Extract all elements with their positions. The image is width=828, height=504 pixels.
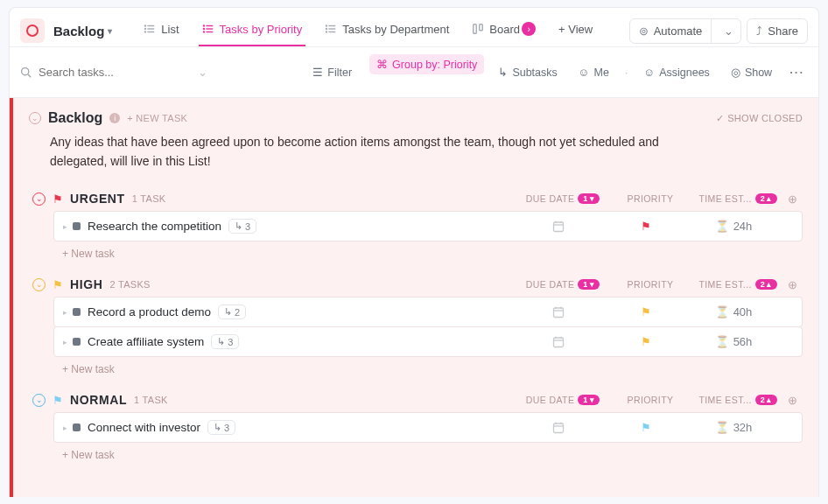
collapse-group-icon[interactable]: ⌄ [32,192,46,206]
new-task-header-button[interactable]: + NEW TASK [127,113,187,123]
expand-icon[interactable]: ▸ [63,424,67,432]
cell-priority[interactable]: ⚑ [602,220,690,233]
cell-time-est[interactable]: ⏳24h [690,220,777,233]
cell-due-date[interactable] [515,421,602,435]
col-priority[interactable]: PRIORITY [607,395,694,405]
board-icon [472,23,484,35]
subtask-count[interactable]: ↳3 [211,334,239,349]
expand-icon[interactable]: ▸ [63,222,67,231]
search-wrap[interactable]: ⌄ [20,66,207,79]
hourglass-icon: ⏳ [715,220,729,233]
collapse-group-icon[interactable]: ⌄ [32,278,46,291]
groupby-label: Group by: Priority [392,59,477,71]
cell-priority[interactable]: ⚑ [602,421,690,434]
col-time-est[interactable]: TIME EST...2▴ [694,395,782,405]
share-button[interactable]: ⤴ Share [747,18,808,44]
subtask-icon: ↳ [217,336,225,347]
col-priority[interactable]: PRIORITY [607,279,694,290]
info-icon[interactable]: i [109,113,120,123]
task-name[interactable]: Connect with investor [88,421,200,434]
share-icon: ⤴ [756,24,762,38]
flag-icon: ⚑ [641,305,651,318]
subtask-count[interactable]: ↳2 [218,304,246,319]
automate-button[interactable]: ⊚Automate ⌄ [629,18,742,44]
add-column-button[interactable]: ⊕ [782,192,803,206]
new-task-inline-button[interactable]: + New task [62,363,803,375]
svg-point-17 [326,32,327,32]
cell-due-date[interactable] [515,220,602,234]
assignees-chip[interactable]: ☺Assignees [636,63,716,82]
me-chip[interactable]: ☺Me [572,63,616,82]
cell-time-est[interactable]: ⏳32h [690,421,777,434]
flag-icon: ⚑ [641,335,651,348]
subtask-count[interactable]: ↳3 [228,219,256,234]
col-time-est[interactable]: TIME EST...2▴ [694,279,782,290]
tab-tasks-by-department[interactable]: Tasks by Department [314,16,460,46]
list-body: ⌄ Backlog i + NEW TASK ✓SHOW CLOSED Any … [10,98,818,497]
subtasks-chip[interactable]: ↳Subtasks [491,62,564,82]
svg-point-4 [145,28,146,29]
chevron-down-icon[interactable]: ⌄ [198,66,207,79]
col-priority[interactable]: PRIORITY [607,193,694,204]
cell-time-est[interactable]: ⏳56h [690,335,777,348]
collapse-group-icon[interactable]: ⌄ [32,394,46,407]
add-column-button[interactable]: ⊕ [782,278,803,291]
tab-add-view[interactable]: + View [548,16,603,46]
group-count: 1 TASK [134,395,168,405]
chevron-down-icon[interactable]: ⌄ [717,19,740,43]
collapse-icon[interactable]: ⌄ [29,112,41,124]
task-row[interactable]: ▸ Record a product demo ↳2 ⚑ ⏳40h [53,297,803,327]
new-task-inline-button[interactable]: + New task [62,248,803,260]
group-header: ⌄ ⚑ NORMAL 1 TASK DUE DATE1▾ PRIORITY TI… [32,391,803,412]
robot-icon: ⊚ [639,24,649,38]
groupby-chip[interactable]: ⌘Group by: Priority [369,54,484,74]
col-due-date[interactable]: DUE DATE1▾ [519,395,607,405]
arrow-badge-icon: › [522,22,536,36]
tab-tasks-by-priority[interactable]: Tasks by Priority [192,16,313,46]
task-name[interactable]: Research the competition [88,220,221,233]
subtask-count[interactable]: ↳3 [207,420,235,435]
task-row[interactable]: ▸ Create affiliate system ↳3 ⚑ ⏳56h [53,326,803,357]
tab-board[interactable]: Board › [461,15,546,46]
expand-icon[interactable]: ▸ [63,338,67,346]
filter-chip[interactable]: ☰Filter [305,62,359,82]
task-name[interactable]: Create affiliate system [88,335,204,348]
col-due-date[interactable]: DUE DATE1▾ [519,193,607,204]
group-name[interactable]: HIGH [70,277,102,291]
status-dot-icon[interactable] [73,222,81,230]
list-description[interactable]: Any ideas that have been agreed upon to … [50,133,715,171]
status-dot-icon[interactable] [73,338,81,346]
group-count: 1 TASK [132,193,166,204]
show-closed-button[interactable]: ✓SHOW CLOSED [716,113,803,124]
group-header: ⌄ ⚑ URGENT 1 TASK DUE DATE1▾ PRIORITY TI… [32,190,803,211]
col-time-est[interactable]: TIME EST...2▴ [694,193,782,204]
group-name[interactable]: NORMAL [70,393,127,407]
list-title-text: Backlog [53,24,104,38]
new-task-inline-button[interactable]: + New task [62,449,803,461]
show-chip[interactable]: ◎Show [724,62,779,82]
cell-time-est[interactable]: ⏳40h [690,305,777,318]
task-row[interactable]: ▸ Research the competition ↳3 ⚑ ⏳24h [53,211,803,242]
cell-priority[interactable]: ⚑ [602,335,690,348]
list-color-box[interactable] [20,18,45,43]
cell-priority[interactable]: ⚑ [602,305,690,318]
expand-icon[interactable]: ▸ [63,308,67,317]
more-menu[interactable]: ··· [786,66,808,79]
add-column-button[interactable]: ⊕ [782,394,803,407]
status-dot-icon[interactable] [73,308,81,316]
search-icon [20,66,32,78]
col-due-date[interactable]: DUE DATE1▾ [519,279,607,290]
column-headers: DUE DATE1▾ PRIORITY TIME EST...2▴ ⊕ [519,394,803,407]
search-input[interactable] [39,66,170,79]
cell-due-date[interactable] [515,305,602,319]
list-icon [144,23,156,35]
task-name[interactable]: Record a product demo [88,305,211,318]
list-header-title: Backlog [48,110,102,126]
svg-rect-19 [480,24,483,31]
list-title[interactable]: Backlog ▾ [53,24,112,38]
task-row[interactable]: ▸ Connect with investor ↳3 ⚑ ⏳32h [53,412,803,443]
group-name[interactable]: URGENT [70,192,125,206]
cell-due-date[interactable] [515,335,602,349]
status-dot-icon[interactable] [73,424,81,431]
tab-list[interactable]: List [133,16,189,46]
